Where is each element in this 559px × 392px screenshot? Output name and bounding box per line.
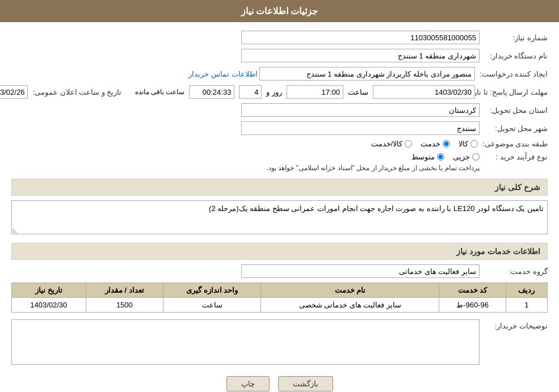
buyer-org-input — [241, 49, 480, 62]
process-jozii-label: جزیی — [453, 153, 470, 161]
province-input — [241, 103, 480, 117]
city-input — [241, 121, 480, 135]
creator-row: ایجاد کننده درخواست: اطلاعات تماس خریدار — [11, 67, 548, 81]
col-date: تاریخ نیاز — [12, 283, 86, 298]
service-group-row: گروه خدمت: — [11, 264, 548, 278]
category-kala-label: کالا — [459, 140, 468, 148]
buyer-notes-textarea[interactable] — [11, 319, 480, 365]
service-table: ردیف کد خدمت نام خدمت واحد اندازه گیری ت… — [11, 283, 548, 313]
buyer-notes-label: توضیحات خریدار: — [480, 319, 548, 330]
deadline-time-label: ساعت — [348, 88, 368, 96]
category-label: طبقه بندی موضوعی: — [478, 140, 548, 148]
process-options: جزیی متوسط پرداخت تمام یا بخشی از مبلغ خ… — [267, 153, 480, 172]
need-desc-section-label: شرح کلی نیاز — [495, 183, 540, 192]
process-mottasat-label: متوسط — [411, 153, 435, 161]
deadline-row: مهلت ارسال پاسخ: تا تاریخ: ساعت روز و سا… — [11, 85, 548, 99]
process-mottasat-radio[interactable] — [437, 153, 444, 161]
category-radio-group: کالا خدمت کالا/خدمت — [371, 140, 478, 148]
category-kala-khadamat-label: کالا/خدمت — [371, 140, 403, 148]
need-number-label: شماره نیاز: — [480, 33, 548, 42]
category-khadamat-radio[interactable] — [443, 140, 450, 147]
creator-input — [259, 67, 475, 81]
button-bar: بازگشت چاپ — [0, 376, 559, 391]
content-area: شماره نیاز: document.currentScript.previ… — [0, 31, 559, 365]
cell-unit: ساعت — [163, 298, 261, 313]
creator-contact-link[interactable]: اطلاعات تماس خریدار — [188, 70, 257, 78]
page-title: جزئیات اطلاعات نیاز — [241, 6, 318, 16]
back-button[interactable]: بازگشت — [278, 376, 333, 391]
need-desc-row: تامین یک دستگاه لودر LE120 با راننده به … — [11, 200, 548, 236]
need-desc-textarea[interactable]: تامین یک دستگاه لودر LE120 با راننده به … — [11, 200, 548, 234]
deadline-remain-label: ساعت باقی مانده — [135, 88, 185, 96]
province-row: استان محل تحویل: — [11, 103, 548, 117]
process-radio-group: جزیی متوسط — [267, 153, 480, 161]
creator-label: ایجاد کننده درخواست: — [475, 70, 548, 78]
process-row: نوع فرآیند خرید : جزیی متوسط پرداخت تمام… — [11, 153, 548, 172]
col-unit: واحد اندازه گیری — [163, 283, 261, 298]
process-label: نوع فرآیند خرید : — [480, 153, 548, 161]
col-service-code: کد خدمت — [439, 283, 506, 298]
service-group-label: گروه خدمت: — [480, 267, 548, 276]
cell-row-num: 1 — [506, 298, 547, 313]
buyer-notes-row: توضیحات خریدار: — [11, 319, 548, 365]
cell-service-name: سایر فعالیت های خدماتی شخصی — [261, 298, 439, 313]
deadline-days-input — [239, 85, 262, 99]
buyer-org-label: نام دستگاه خریدار: — [480, 52, 548, 60]
cell-date: 1403/02/30 — [12, 298, 86, 313]
process-notice: پرداخت تمام یا بخشی از مبلغ خریدار از مح… — [267, 164, 480, 172]
process-jozii-option[interactable]: جزیی — [453, 153, 480, 161]
buyer-org-row: نام دستگاه خریدار: — [11, 49, 548, 62]
category-kala-khadamat-radio[interactable] — [405, 140, 412, 147]
announce-label: تاریخ و ساعت اعلان عمومی: — [32, 88, 121, 96]
category-kala-khadamat-option[interactable]: کالا/خدمت — [371, 140, 413, 148]
service-group-input — [241, 264, 480, 278]
table-header-row: ردیف کد خدمت نام خدمت واحد اندازه گیری ت… — [12, 283, 548, 298]
process-mottasat-option[interactable]: متوسط — [411, 153, 444, 161]
announce-input — [0, 85, 28, 99]
city-row: شهر محل تحویل: — [11, 121, 548, 135]
need-number-input — [241, 31, 480, 44]
city-label: شهر محل تحویل: — [480, 124, 548, 133]
need-number-row: شماره نیاز: document.currentScript.previ… — [11, 31, 548, 44]
services-section-header: اطلاعات خدمات مورد نیاز — [11, 243, 548, 260]
deadline-date-input — [373, 85, 475, 99]
category-row: طبقه بندی موضوعی: کالا خدمت کالا/خدمت — [11, 140, 548, 148]
category-khadamat-option[interactable]: خدمت — [421, 140, 450, 148]
deadline-days-label: روز و — [266, 88, 282, 96]
category-kala-option[interactable]: کالا — [459, 140, 478, 148]
province-label: استان محل تحویل: — [480, 106, 548, 115]
table-row: 1 960-96-ط سایر فعالیت های خدماتی شخصی س… — [12, 298, 548, 313]
deadline-time-input — [287, 85, 343, 99]
category-khadamat-label: خدمت — [421, 140, 440, 148]
col-row-num: ردیف — [506, 283, 547, 298]
col-service-name: نام خدمت — [261, 283, 439, 298]
services-section-label: اطلاعات خدمات مورد نیاز — [456, 247, 540, 256]
category-kala-radio[interactable] — [470, 140, 478, 147]
cell-service-code: 960-96-ط — [439, 298, 506, 313]
cell-qty: 1500 — [86, 298, 163, 313]
page-header: جزئیات اطلاعات نیاز — [0, 0, 559, 22]
need-desc-section-header: شرح کلی نیاز — [11, 179, 548, 196]
col-qty: تعداد / مقدار — [86, 283, 163, 298]
deadline-label: مهلت ارسال پاسخ: تا تاریخ: — [480, 88, 548, 96]
page-wrapper: جزئیات اطلاعات نیاز شماره نیاز: document… — [0, 0, 559, 392]
process-jozii-radio[interactable] — [472, 153, 480, 161]
print-button[interactable]: چاپ — [226, 376, 270, 391]
deadline-remain-input — [189, 85, 234, 99]
